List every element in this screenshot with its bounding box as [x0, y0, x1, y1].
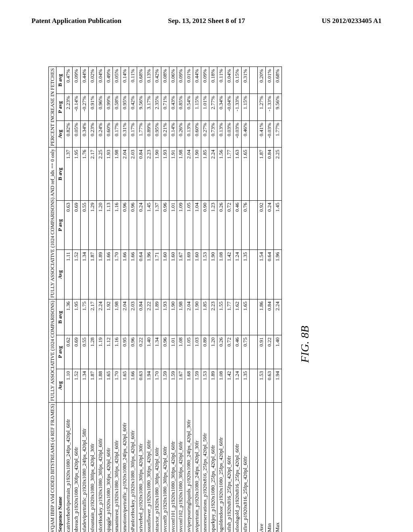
value-cell: 0.84	[265, 299, 273, 335]
value-cell: 1.66	[129, 369, 137, 402]
value-cell: 0.76	[241, 200, 249, 250]
value-cell: 1.77%	[273, 121, 282, 148]
value-cell: 3.17%	[145, 94, 153, 121]
table-row: svconf101_p1920x1080_30fps_420pl_60fr1.5…	[169, 67, 177, 532]
value-cell: 1.15%	[193, 94, 201, 121]
value-cell: 0.24%	[97, 121, 105, 148]
value-cell: 1.89	[97, 250, 105, 299]
col-6: B avg	[56, 148, 65, 200]
seq-cell: sbreach_p1920x1080_30fps_420pl_60fr	[73, 402, 81, 532]
value-cell: 0.96	[129, 335, 137, 369]
value-cell: 1.60	[161, 250, 169, 299]
value-cell: 2.22	[145, 299, 153, 335]
value-cell: 0.23%	[89, 121, 97, 148]
value-cell: 2.24	[209, 148, 217, 200]
value-cell: 1.01	[169, 200, 177, 250]
value-cell: 0.68%	[137, 67, 145, 94]
value-cell: 1.08	[217, 250, 225, 299]
seq-cell: sfire_p1920x816_25fps_420pl_60fr	[241, 402, 249, 532]
value-cell: 1.16	[113, 200, 121, 250]
summary-row: Min0.630.220.840.640.240.84-0.03%-1.33%0…	[265, 67, 273, 532]
seq-cell: sgoldendoor_p1920x1080_25fps_420pl_60fr	[217, 402, 225, 532]
value-cell: 1.01	[169, 335, 177, 369]
value-cell: 1.60	[169, 250, 177, 299]
value-cell: 0.60%	[193, 121, 201, 148]
value-cell: 0.22	[137, 335, 145, 369]
value-cell: 1.36	[65, 299, 73, 335]
value-cell: 0.05%	[73, 121, 81, 148]
value-cell: -0.04%	[225, 94, 234, 121]
value-cell: 0.64	[265, 250, 273, 299]
value-cell: 0.89	[201, 335, 209, 369]
value-cell: 0.22	[265, 335, 273, 369]
seq-cell: svconf102_p1920x1080_30fps_420pl_60fr	[177, 402, 185, 532]
table-row: sIceHockey_p1920x1080_30fps_420pl_60fr1.…	[97, 67, 105, 532]
value-cell: 2.04	[185, 148, 193, 200]
value-cell: 2.35%	[153, 94, 161, 121]
value-cell: 1.98	[113, 148, 121, 200]
value-cell: 1.76	[81, 148, 89, 200]
value-cell: 1.40	[273, 335, 282, 369]
value-cell: 0.26	[217, 335, 225, 369]
value-cell: 2.04	[121, 299, 129, 335]
blank-cell	[249, 369, 257, 402]
value-cell: 2.25	[273, 148, 282, 200]
table-row: smaninrest_p1920x1080_30fps_420pl_60fr1.…	[113, 67, 121, 532]
value-cell: 1.93	[105, 148, 113, 200]
col-2: P avg	[56, 335, 65, 369]
value-cell: 1.66	[105, 250, 113, 299]
patent-page: Patent Application Publication Sep. 13, …	[0, 0, 413, 532]
table-row: stractor_p1920x1080_30fps_420pl_60fr1.70…	[153, 67, 161, 532]
value-cell: 1.13	[105, 200, 113, 250]
value-cell: 1.67	[177, 369, 185, 402]
value-cell: 0.99%	[105, 94, 113, 121]
value-cell: 0.55	[81, 335, 89, 369]
value-cell: 1.59	[161, 369, 169, 402]
value-cell: 1.85	[201, 148, 209, 200]
value-cell: 1.94	[145, 369, 153, 402]
value-cell: 0.26%	[177, 121, 185, 148]
value-cell: 1.01%	[201, 94, 209, 121]
table-row: ssunflower_p1920x1080_30fps_420pl_60fr1.…	[145, 67, 153, 532]
value-cell: 2.23%	[65, 94, 73, 121]
value-cell: 1.56	[217, 148, 225, 200]
value-cell: 0.75	[241, 335, 249, 369]
value-cell: 0.89%	[145, 121, 153, 148]
table-body: catriverbedvipertrain_p1920x1080_24fps_4…	[65, 67, 282, 532]
value-cell: 0.49%	[105, 67, 113, 94]
value-cell: 1.70	[113, 250, 121, 299]
value-cell: 0.18%	[209, 67, 217, 94]
table-row: sfire_p1920x816_25fps_420pl_60fr1.350.75…	[241, 67, 249, 532]
value-cell: 1.23	[209, 200, 217, 250]
value-cell: -1.33%	[234, 94, 242, 121]
value-cell: 0.95	[121, 335, 129, 369]
value-cell: 1.70	[153, 369, 161, 402]
blank-row	[249, 67, 257, 532]
value-cell: 0.17%	[129, 121, 137, 148]
value-cell: 0.05%	[113, 67, 121, 94]
blank-cell	[249, 402, 257, 532]
value-cell: 1.60	[193, 250, 201, 299]
value-cell: 0.92	[257, 200, 265, 250]
value-cell: 2.23	[145, 148, 153, 200]
value-cell: 1.16	[113, 335, 121, 369]
value-cell: 1.69	[185, 250, 193, 299]
value-cell: 2.04	[121, 148, 129, 200]
value-cell: 0.71%	[161, 94, 169, 121]
seq-cell: sparkjoy_p1920x1080_25fps_420pl_60fr	[209, 402, 217, 532]
value-cell: 0.09%	[73, 67, 81, 94]
value-cell: 2.24	[97, 299, 105, 335]
blank-cell	[249, 335, 257, 369]
value-cell: 0.96%	[97, 94, 105, 121]
table-row: svipertrain_p1920x1080_24fps_420pl_30fr1…	[193, 67, 201, 532]
table-row: sgoldendoor_p1920x1080_25fps_420pl_60fr1…	[217, 67, 225, 532]
seq-cell: svconf101_p1920x1080_30fps_420pl_60fr	[169, 402, 177, 532]
value-cell: 1.98	[113, 299, 121, 335]
value-cell: 0.47%	[65, 67, 73, 94]
value-cell: 1.86	[257, 299, 265, 335]
value-cell: 0.01%	[265, 67, 273, 94]
value-cell: 1.54	[257, 250, 265, 299]
value-cell: 1.91	[169, 148, 177, 200]
value-cell: 0.26	[217, 200, 225, 250]
col-8: P avg	[56, 94, 65, 121]
